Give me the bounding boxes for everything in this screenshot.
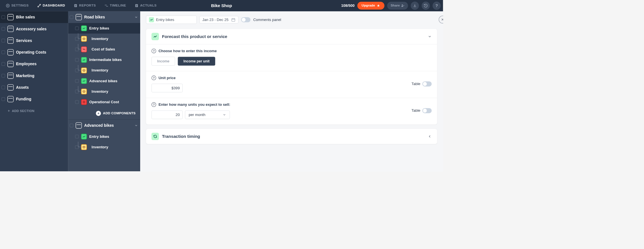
nav-actuals[interactable]: ACTUALS: [131, 2, 160, 10]
share-button[interactable]: Share: [387, 2, 408, 10]
sidebar-item-accessory-sales[interactable]: Accessory sales: [0, 23, 68, 35]
section-label: Employees: [16, 62, 37, 66]
timing-card: Transaction timing: [146, 129, 437, 144]
section-label: Accessory sales: [16, 27, 46, 31]
sidebar-item-bike-sales[interactable]: Bike sales: [0, 11, 68, 23]
component-entry-bikes[interactable]: Entry bikes: [68, 23, 140, 33]
sidebar-item-marketing[interactable]: Marketing: [0, 70, 68, 81]
date-range-picker[interactable]: Jan 23 - Dec 25: [200, 16, 239, 23]
upgrade-label: Upgrade: [362, 4, 375, 8]
component-operational-cost[interactable]: Operational Cost: [68, 97, 140, 107]
card-title: Forecast this product or service: [162, 34, 227, 39]
group-header-road-bikes[interactable]: Road bikes: [68, 11, 140, 23]
sidebar-item-assets[interactable]: Assets: [0, 82, 68, 93]
table-toggle[interactable]: [423, 81, 432, 86]
checkbox[interactable]: [2, 97, 5, 101]
component-inventory[interactable]: Inventory: [68, 65, 140, 76]
folder-icon: [7, 26, 14, 32]
checkbox[interactable]: [75, 27, 79, 30]
table-toggle[interactable]: [423, 108, 432, 113]
unit-price-label: Unit price: [159, 76, 176, 80]
units-input[interactable]: [152, 110, 183, 119]
document-icon: [135, 4, 138, 8]
folder-icon: [7, 73, 14, 79]
svg-rect-10: [136, 5, 137, 5]
group-header-advanced-bikes[interactable]: Advanced bikes: [68, 120, 140, 131]
component-label: Advanced bikes: [89, 79, 118, 83]
star-icon: [377, 4, 380, 7]
forecast-card-header[interactable]: Forecast this product or service: [146, 29, 437, 44]
timing-card-header[interactable]: Transaction timing: [146, 129, 437, 144]
component-intermediate-bikes[interactable]: Intermediate bikes: [68, 55, 140, 65]
income-button[interactable]: Income: [152, 57, 175, 66]
refresh-icon: [152, 133, 159, 140]
nav-settings[interactable]: SETTINGS: [2, 2, 32, 10]
nav-reports[interactable]: REPORTS: [70, 2, 99, 10]
component-inventory[interactable]: Inventory: [68, 142, 140, 152]
help-icon[interactable]: ?: [152, 75, 156, 80]
checkbox[interactable]: [75, 135, 79, 138]
chevron-down-icon[interactable]: [428, 35, 432, 39]
main-toolbar: Entry bikes Jan 23 - Dec 25 Comments pan…: [146, 16, 437, 24]
nav-timeline[interactable]: TIMELINE: [101, 2, 129, 10]
component-label: Operational Cost: [89, 100, 119, 104]
folder-icon: [7, 84, 14, 90]
chevron-down-icon[interactable]: [135, 124, 138, 127]
unit-price-section: ? Unit price Table: [146, 71, 437, 98]
checkbox[interactable]: [75, 79, 79, 83]
section-label: Bike sales: [16, 15, 35, 20]
table-label: Table: [411, 82, 420, 86]
history-button[interactable]: [422, 2, 430, 10]
checkbox[interactable]: [75, 58, 79, 62]
add-section-button[interactable]: + ADD SECTION: [0, 105, 68, 117]
unit-price-input[interactable]: [152, 84, 183, 92]
component-label: Entry bikes: [89, 26, 109, 30]
help-button[interactable]: ?: [432, 2, 441, 10]
checkbox[interactable]: [2, 27, 5, 31]
help-icon[interactable]: ?: [152, 102, 156, 107]
frequency-select[interactable]: per month: [185, 110, 230, 119]
upgrade-button[interactable]: Upgrade: [357, 2, 385, 10]
box-icon: [81, 36, 87, 42]
sidebar-item-operating-costs[interactable]: Operating Costs: [0, 47, 68, 58]
checkbox[interactable]: [70, 124, 73, 127]
component-advanced-bikes[interactable]: Advanced bikes: [68, 76, 140, 86]
checkbox[interactable]: [2, 15, 5, 19]
section-label: ? Choose how to enter this income: [152, 48, 432, 53]
income-per-unit-button[interactable]: Income per unit: [178, 57, 215, 66]
chevron-left-icon[interactable]: [428, 134, 432, 138]
choose-label: Choose how to enter this income: [159, 49, 217, 53]
sidebar-item-employees[interactable]: Employees: [0, 58, 68, 70]
add-components-button[interactable]: + ADD COMPONENTS: [68, 107, 140, 119]
comments-label: Comments panel: [253, 18, 281, 22]
comments-toggle[interactable]: [241, 17, 251, 22]
box-icon: [81, 144, 87, 150]
component-cost-of-sales[interactable]: Cost of Sales: [68, 44, 140, 54]
checkbox[interactable]: [2, 50, 5, 54]
component-label: Inventory: [91, 68, 108, 73]
download-button[interactable]: [411, 2, 419, 10]
nav-dashboard[interactable]: DASHBOARD: [34, 2, 69, 10]
header-right: 108/500 Upgrade Share ?: [341, 2, 441, 10]
component-label: Cost of Sales: [91, 47, 115, 51]
breadcrumb-label: Entry bikes: [156, 18, 174, 22]
checkbox[interactable]: [2, 62, 5, 66]
chart-up-icon: [81, 78, 87, 84]
app-title: Bike Shop: [211, 3, 232, 8]
close-panel-button[interactable]: [439, 16, 443, 24]
component-entry-bikes[interactable]: Entry bikes: [68, 131, 140, 142]
chevron-down-icon[interactable]: [135, 15, 138, 19]
income-mode-section: ? Choose how to enter this income Income…: [146, 44, 437, 71]
component-inventory[interactable]: Inventory: [68, 33, 140, 44]
checkbox[interactable]: [2, 39, 5, 42]
help-icon[interactable]: ?: [152, 48, 156, 53]
sidebar-item-funding[interactable]: Funding: [0, 93, 68, 105]
sidebar-item-services[interactable]: Services: [0, 35, 68, 46]
component-inventory[interactable]: Inventory: [68, 86, 140, 97]
checkbox[interactable]: [75, 100, 79, 104]
component-label: Inventory: [91, 37, 108, 41]
checkbox[interactable]: [2, 86, 5, 89]
breadcrumb-chip[interactable]: Entry bikes: [146, 16, 197, 24]
checkbox[interactable]: [70, 15, 73, 19]
checkbox[interactable]: [2, 74, 5, 77]
